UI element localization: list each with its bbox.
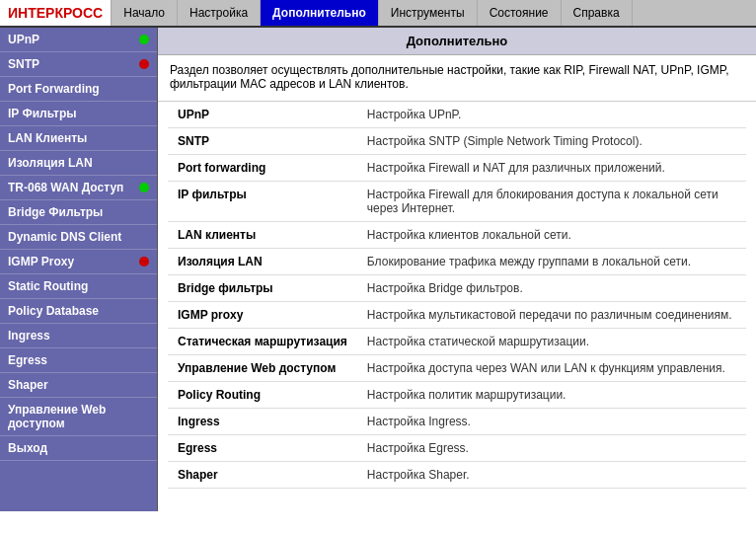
table-row: Bridge фильтрыНастройка Bridge фильтров. (168, 275, 746, 302)
sidebar-item-tr-068-wan-доступ[interactable]: TR-068 WAN Доступ (0, 176, 157, 200)
row-name: Изоляция LAN (168, 249, 357, 275)
sidebar: UPnPSNTPPort ForwardingIP ФильтрыLAN Кли… (0, 28, 158, 511)
sidebar-item-igmp-proxy[interactable]: IGMP Proxy (0, 250, 157, 274)
table-row: IP фильтрыНастройка Firewall для блокиро… (168, 182, 746, 222)
sidebar-item-label: Ingress (8, 329, 50, 343)
sidebar-item-policy-database[interactable]: Policy Database (0, 299, 157, 324)
table-row: EgressНастройка Egress. (168, 435, 746, 462)
table-row: SNTPНастройка SNTP (Simple Network Timin… (168, 128, 746, 155)
row-name: Port forwarding (168, 155, 357, 182)
sidebar-item-label: Bridge Фильтры (8, 205, 103, 219)
table-row: Policy RoutingНастройка политик маршрути… (168, 382, 746, 409)
sidebar-item-label: Static Routing (8, 279, 88, 293)
row-desc: Настройка доступа через WAN или LAN к фу… (357, 355, 746, 382)
sidebar-item-ip-фильтры[interactable]: IP Фильтры (0, 102, 157, 126)
row-desc: Блокирование трафика между группами в ло… (357, 249, 746, 275)
row-desc: Настройка Firewall для блокирования дост… (357, 182, 746, 222)
row-name: IP фильтры (168, 182, 357, 222)
row-desc: Настройка мультикастовой передачи по раз… (357, 302, 746, 329)
sidebar-item-bridge-фильтры[interactable]: Bridge Фильтры (0, 200, 157, 225)
sidebar-item-label: IP Фильтры (8, 107, 76, 120)
status-dot-red (139, 59, 149, 69)
sidebar-item-label: Port Forwarding (8, 82, 100, 96)
sidebar-item-shaper[interactable]: Shaper (0, 373, 157, 398)
row-name: Статическая маршрутизация (168, 329, 357, 355)
sidebar-item-egress[interactable]: Egress (0, 348, 157, 373)
sidebar-item-dynamic-dns-client[interactable]: Dynamic DNS Client (0, 225, 157, 250)
sidebar-item-label: LAN Клиенты (8, 131, 87, 145)
sidebar-item-lan-клиенты[interactable]: LAN Клиенты (0, 126, 157, 151)
sidebar-item-label: SNTP (8, 57, 39, 71)
sidebar-item-label: Shaper (8, 378, 48, 392)
sidebar-item-label: Dynamic DNS Client (8, 230, 121, 244)
row-name: SNTP (168, 128, 357, 155)
top-navigation: ИНТЕРКРОСС НачалоНастройкаДополнительноИ… (0, 0, 756, 28)
row-name: UPnP (168, 102, 357, 128)
sidebar-item-выход[interactable]: Выход (0, 436, 157, 461)
sidebar-item-sntp[interactable]: SNTP (0, 52, 157, 77)
row-desc: Настройка SNTP (Simple Network Timing Pr… (357, 128, 746, 155)
row-desc: Настройка UPnP. (357, 102, 746, 128)
table-row: IngressНастройка Ingress. (168, 409, 746, 435)
main-layout: UPnPSNTPPort ForwardingIP ФильтрыLAN Кли… (0, 28, 756, 511)
table-row: Изоляция LANБлокирование трафика между г… (168, 249, 746, 275)
table-row: LAN клиентыНастройка клиентов локальной … (168, 222, 746, 249)
sidebar-item-label: Policy Database (8, 304, 99, 318)
table-row: Управление Web доступомНастройка доступа… (168, 355, 746, 382)
sidebar-item-управление-web-доступом[interactable]: Управление Web доступом (0, 398, 157, 436)
row-desc: Настройка политик маршрутизации. (357, 382, 746, 409)
sidebar-item-upnp[interactable]: UPnP (0, 28, 157, 52)
row-desc: Настройка Egress. (357, 435, 746, 462)
sidebar-item-label: Изоляция LAN (8, 156, 93, 170)
table-row: Port forwardingНастройка Firewall и NAT … (168, 155, 746, 182)
nav-item-настройка[interactable]: Настройка (178, 0, 261, 26)
info-table: UPnPНастройка UPnP.SNTPНастройка SNTP (S… (168, 102, 746, 489)
logo: ИНТЕРКРОСС (0, 0, 112, 26)
row-name: Egress (168, 435, 357, 462)
row-name: Policy Routing (168, 382, 357, 409)
content-header: Дополнительно (158, 28, 756, 55)
row-name: LAN клиенты (168, 222, 357, 249)
row-name: Управление Web доступом (168, 355, 357, 382)
info-table-wrapper: UPnPНастройка UPnP.SNTPНастройка SNTP (S… (158, 102, 756, 498)
table-row: ShaperНастройка Shaper. (168, 462, 746, 489)
row-desc: Настройка Shaper. (357, 462, 746, 489)
table-row: UPnPНастройка UPnP. (168, 102, 746, 128)
nav-item-начало[interactable]: Начало (112, 0, 178, 26)
nav-items: НачалоНастройкаДополнительноИнструментыС… (112, 0, 632, 26)
row-desc: Настройка Bridge фильтров. (357, 275, 746, 302)
status-dot-green (139, 35, 149, 44)
table-row: Статическая маршрутизацияНастройка стати… (168, 329, 746, 355)
content-description: Раздел позволяет осуществлять дополнител… (158, 55, 756, 102)
status-dot-green (139, 183, 149, 192)
sidebar-item-label: Выход (8, 441, 47, 455)
table-row: IGMP proxyНастройка мультикастовой перед… (168, 302, 746, 329)
row-name: IGMP proxy (168, 302, 357, 329)
row-name: Ingress (168, 409, 357, 435)
sidebar-item-static-routing[interactable]: Static Routing (0, 274, 157, 299)
sidebar-item-изоляция-lan[interactable]: Изоляция LAN (0, 151, 157, 176)
nav-item-дополнительно[interactable]: Дополнительно (261, 0, 379, 26)
logo-text: ИНТЕРКРОСС (8, 5, 103, 21)
sidebar-item-port-forwarding[interactable]: Port Forwarding (0, 77, 157, 102)
nav-item-справка[interactable]: Справка (562, 0, 633, 26)
sidebar-item-label: Управление Web доступом (8, 403, 149, 430)
nav-item-инструменты[interactable]: Инструменты (379, 0, 478, 26)
row-desc: Настройка статической маршрутизации. (357, 329, 746, 355)
row-desc: Настройка Ingress. (357, 409, 746, 435)
nav-item-состояние[interactable]: Состояние (478, 0, 562, 26)
sidebar-item-label: IGMP Proxy (8, 255, 74, 268)
sidebar-item-label: Egress (8, 353, 47, 367)
row-name: Bridge фильтры (168, 275, 357, 302)
sidebar-item-label: UPnP (8, 33, 39, 46)
row-name: Shaper (168, 462, 357, 489)
sidebar-item-ingress[interactable]: Ingress (0, 324, 157, 348)
sidebar-item-label: TR-068 WAN Доступ (8, 181, 123, 194)
status-dot-red (139, 257, 149, 267)
main-content: Дополнительно Раздел позволяет осуществл… (158, 28, 756, 511)
row-desc: Настройка клиентов локальной сети. (357, 222, 746, 249)
row-desc: Настройка Firewall и NAT для различных п… (357, 155, 746, 182)
